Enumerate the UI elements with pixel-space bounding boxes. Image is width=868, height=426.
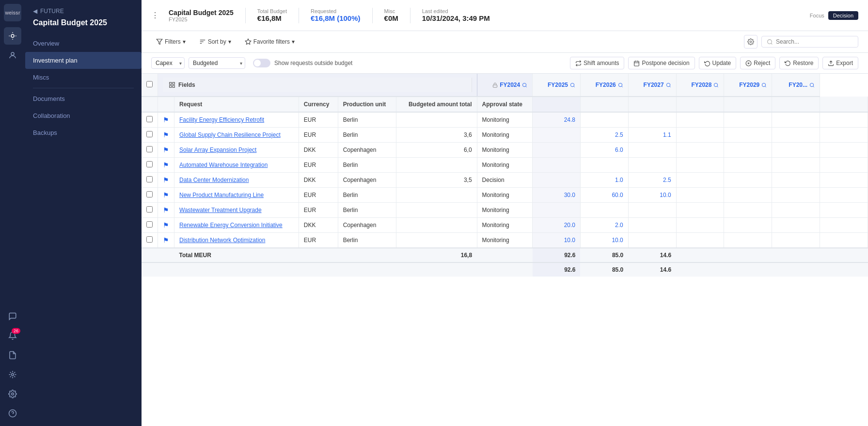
- request-link[interactable]: Facility Energy Efficiency Retrofit: [179, 116, 264, 123]
- row-fy2024: [533, 128, 581, 143]
- total-fy2029: [772, 248, 820, 262]
- table-scroll[interactable]: Fields FY2024 FY2025: [142, 74, 868, 426]
- export-button[interactable]: Export: [822, 57, 858, 69]
- col-fy2028-label: FY2028: [691, 82, 711, 88]
- filter-row: Capex Opex All ▾ Budgeted All Outside Bu…: [142, 53, 868, 74]
- row-flag-cell: ⚑: [158, 143, 174, 158]
- back-link[interactable]: ◀ FUTURE: [25, 0, 142, 18]
- table-row: ⚑ Distribution Network Optimization EUR …: [142, 233, 868, 248]
- nav-item-investment-plan[interactable]: Investment plan: [25, 52, 142, 69]
- sidebar-icon-help[interactable]: [4, 405, 21, 422]
- sidebar-icon-doc[interactable]: [4, 346, 21, 364]
- sort-by-button[interactable]: Sort by ▾: [194, 36, 236, 48]
- row-checkbox[interactable]: [146, 176, 153, 182]
- zoom-icon-fy2029[interactable]: [761, 82, 767, 88]
- icon-sidebar: weissr 26: [0, 0, 25, 426]
- row-fy2028: [724, 188, 772, 203]
- settings-button[interactable]: [744, 35, 758, 49]
- outside-budget-toggle[interactable]: [253, 59, 270, 67]
- svg-line-36: [717, 86, 718, 87]
- row-fy2024: 30.0: [533, 188, 581, 203]
- zoom-icon-fy2026[interactable]: [618, 82, 623, 88]
- postpone-icon: [633, 60, 640, 66]
- restore-button[interactable]: Restore: [779, 57, 819, 69]
- zoom-icon-fy2024[interactable]: [522, 82, 527, 88]
- sidebar-icon-gear[interactable]: [4, 385, 21, 403]
- svg-point-11: [750, 41, 752, 43]
- total2-fy2028: [724, 262, 772, 277]
- request-link[interactable]: Renewable Energy Conversion Initiative: [179, 222, 283, 229]
- request-link[interactable]: Global Supply Chain Resilience Project: [179, 131, 281, 138]
- row-checkbox[interactable]: [146, 161, 153, 167]
- filters-button[interactable]: Filters ▾: [151, 36, 190, 48]
- row-production-unit: Copenhagen: [338, 173, 396, 188]
- row-fy2030: [820, 128, 868, 143]
- row-checkbox[interactable]: [146, 236, 153, 243]
- update-button[interactable]: Update: [699, 57, 737, 69]
- request-link[interactable]: Automated Warehouse Integration: [179, 162, 268, 168]
- nav-item-backups[interactable]: Backups: [25, 124, 142, 141]
- nav-item-overview[interactable]: Overview: [25, 35, 142, 52]
- request-link[interactable]: Data Center Modernization: [179, 177, 249, 183]
- zoom-icon-fy2025[interactable]: [570, 82, 575, 88]
- menu-dots[interactable]: ⋮: [151, 11, 159, 20]
- svg-rect-26: [493, 85, 497, 87]
- row-fy2029: [772, 158, 820, 173]
- row-budgeted-amount: [396, 218, 477, 233]
- nav-item-collaboration[interactable]: Collaboration: [25, 107, 142, 124]
- stat-total-budget-value: €16,8M: [257, 14, 282, 22]
- col-fy2025: FY2025: [533, 74, 581, 97]
- row-fy2030: [820, 158, 868, 173]
- sidebar-icon-person[interactable]: [4, 47, 21, 64]
- row-checkbox[interactable]: [146, 221, 153, 228]
- request-link[interactable]: Wastewater Treatment Upgrade: [179, 207, 262, 213]
- request-link[interactable]: Distribution Network Optimization: [179, 237, 265, 244]
- row-currency: EUR: [299, 188, 338, 203]
- favorite-filters-button[interactable]: Favorite filters ▾: [240, 36, 300, 48]
- table-row: ⚑ Automated Warehouse Integration EUR Be…: [142, 158, 868, 173]
- reject-button[interactable]: Reject: [740, 57, 775, 69]
- type-filter[interactable]: Capex Opex All: [151, 57, 185, 69]
- outside-budget-label: Show requests outside budget: [274, 60, 352, 66]
- row-fy2025: 2.0: [580, 218, 628, 233]
- separator-3: [372, 8, 373, 23]
- separator-1: [245, 8, 246, 23]
- svg-point-37: [762, 83, 766, 86]
- row-flag-cell: ⚑: [158, 158, 174, 173]
- postpone-decision-button[interactable]: Postpone decision: [628, 57, 694, 69]
- sort-icon: [199, 38, 206, 45]
- row-checkbox[interactable]: [146, 191, 153, 197]
- separator-2: [299, 8, 299, 23]
- zoom-icon-fy2028[interactable]: [713, 82, 719, 88]
- row-checkbox[interactable]: [146, 206, 153, 213]
- row-request: Solar Array Expansion Project: [174, 143, 299, 158]
- row-budgeted-amount: [396, 233, 477, 248]
- nav-item-documents[interactable]: Documents: [25, 90, 142, 107]
- zoom-icon-fy2027[interactable]: [666, 82, 671, 88]
- sidebar-icon-chat[interactable]: [4, 308, 21, 325]
- row-fy2030: [820, 173, 868, 188]
- row-checkbox[interactable]: [146, 116, 153, 122]
- sidebar-icon-workflow[interactable]: [4, 366, 21, 383]
- request-link[interactable]: New Product Manufacturing Line: [179, 192, 264, 198]
- shift-amounts-button[interactable]: Shift amounts: [570, 57, 624, 69]
- row-production-unit: Copenhagen: [338, 143, 396, 158]
- budget-filter[interactable]: Budgeted All Outside Budget: [189, 57, 245, 69]
- search-input[interactable]: [776, 38, 849, 45]
- sidebar-icon-bell[interactable]: 26: [4, 327, 21, 344]
- flag-icon: ⚑: [163, 161, 169, 169]
- row-checkbox[interactable]: [146, 131, 153, 137]
- app-logo: weissr: [4, 4, 21, 21]
- total2-fy2025: 85.0: [580, 262, 628, 277]
- total-fy2027: [676, 248, 724, 262]
- zoom-icon-fy2030[interactable]: [809, 82, 815, 88]
- col-fy2026: FY2026: [580, 74, 628, 97]
- sidebar-icon-home[interactable]: [4, 27, 21, 45]
- request-link[interactable]: Solar Array Expansion Project: [179, 147, 256, 153]
- svg-point-12: [768, 39, 772, 44]
- nav-item-miscs[interactable]: Miscs: [25, 69, 142, 86]
- row-checkbox[interactable]: [146, 146, 153, 152]
- select-all-checkbox[interactable]: [146, 81, 153, 87]
- row-production-unit: Berlin: [338, 233, 396, 248]
- row-budgeted-amount: 3,6: [396, 128, 477, 143]
